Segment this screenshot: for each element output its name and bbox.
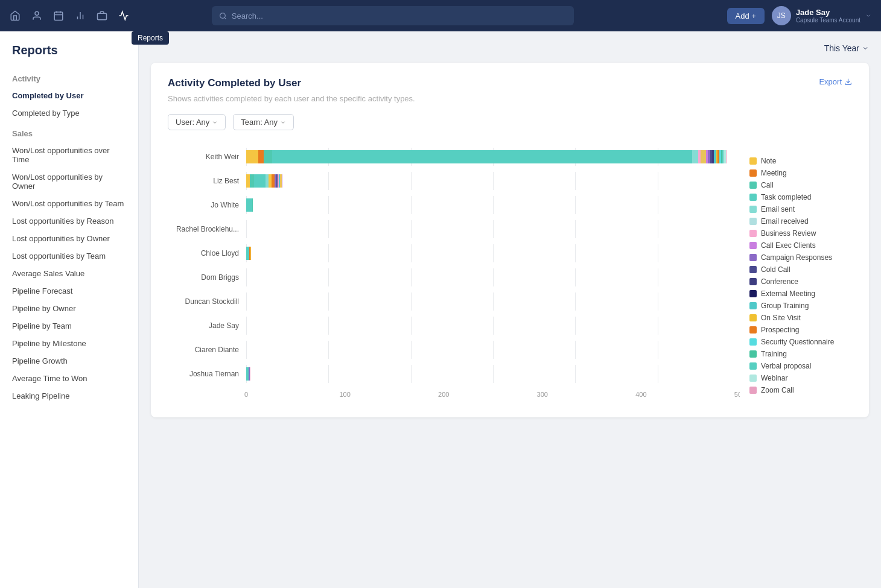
search-placeholder: Search... xyxy=(232,11,263,21)
sidebar-item[interactable]: Won/Lost opportunities by Team xyxy=(0,195,138,212)
legend-color-swatch xyxy=(749,182,757,189)
nav-icons xyxy=(10,10,129,21)
bar-segment xyxy=(252,198,253,212)
legend-label: Business Review xyxy=(761,229,816,238)
sidebar-item[interactable]: Pipeline Growth xyxy=(0,352,138,370)
this-year-button[interactable]: This Year xyxy=(824,43,869,53)
chart-main: Keith WeirLiz BestJo WhiteRachel Brockle… xyxy=(168,145,740,403)
svg-point-0 xyxy=(35,11,39,15)
sidebar-item[interactable]: Pipeline by Team xyxy=(0,317,138,335)
sidebar-item[interactable]: Average Sales Value xyxy=(0,265,138,282)
legend-item: Verbal proposal xyxy=(749,362,852,370)
legend-label: Call Exec Clients xyxy=(761,241,816,250)
calendar-icon[interactable] xyxy=(53,10,64,21)
legend-item: Prospecting xyxy=(749,326,852,334)
legend-color-swatch xyxy=(749,314,757,321)
bar-track xyxy=(246,223,740,236)
sidebar-item[interactable]: Average Time to Won xyxy=(0,370,138,387)
bar-segment xyxy=(701,150,706,163)
bar-track xyxy=(246,295,740,308)
legend-item: Call xyxy=(749,181,852,189)
legend-label: Call xyxy=(761,181,774,189)
x-axis-tick: 500 xyxy=(734,391,740,398)
bar-label: Dom Briggs xyxy=(168,273,246,282)
legend-color-swatch xyxy=(749,375,757,382)
contacts-icon[interactable] xyxy=(31,10,42,21)
legend-label: Email received xyxy=(761,217,809,226)
legend-color-swatch xyxy=(749,266,757,273)
legend-label: Security Questionnaire xyxy=(761,338,834,346)
legend-label: Task completed xyxy=(761,193,811,201)
search-bar[interactable]: Search... xyxy=(212,6,574,25)
user-menu[interactable]: JS Jade Say Capsule Teams Account xyxy=(772,6,871,25)
x-axis-tick: 300 xyxy=(537,391,548,398)
sidebar-item[interactable]: Won/Lost opportunities by Owner xyxy=(0,168,138,195)
legend-item: Meeting xyxy=(749,169,852,177)
add-button[interactable]: Add + xyxy=(727,8,765,24)
sidebar-item[interactable]: Pipeline Forecast xyxy=(0,282,138,300)
bar-segment xyxy=(272,150,692,163)
reports-icon[interactable] xyxy=(118,10,129,21)
export-button[interactable]: Export xyxy=(819,77,852,86)
user-filter[interactable]: User: Any xyxy=(168,114,226,130)
svg-rect-1 xyxy=(54,12,63,21)
chevron-down-icon xyxy=(212,119,218,125)
x-axis-tick: 200 xyxy=(438,391,449,398)
bar-label: Rachel Brocklehu... xyxy=(168,225,246,233)
bar-segment xyxy=(692,150,698,163)
sidebar-item[interactable]: Leaking Pipeline xyxy=(0,387,138,405)
bar-segment xyxy=(282,174,282,188)
legend-color-swatch xyxy=(749,157,757,165)
user-name: Jade Say xyxy=(796,8,860,17)
bar-segment xyxy=(726,150,727,163)
bar-label: Joshua Tiernan xyxy=(168,370,246,378)
chevron-down-icon xyxy=(862,45,869,52)
bar-track xyxy=(246,343,740,356)
legend-color-swatch xyxy=(749,362,757,370)
sidebar-item[interactable]: Won/Lost opportunities over Time xyxy=(0,142,138,168)
legend-item: Webinar xyxy=(749,374,852,382)
legend-label: Email sent xyxy=(761,205,795,213)
legend-label: Zoom Call xyxy=(761,386,794,394)
sidebar-section-label: Activity xyxy=(0,67,138,87)
bar-segment xyxy=(246,150,258,163)
user-account: Capsule Teams Account xyxy=(796,17,860,24)
chart-area: Keith WeirLiz BestJo WhiteRachel Brockle… xyxy=(168,145,852,403)
legend-color-swatch xyxy=(749,387,757,394)
legend-color-swatch xyxy=(749,326,757,334)
sidebar-item[interactable]: Lost opportunities by Reason xyxy=(0,212,138,230)
sidebar-item[interactable]: Lost opportunities by Team xyxy=(0,247,138,265)
home-icon[interactable] xyxy=(10,10,21,21)
sidebar-item[interactable]: Completed by User xyxy=(0,87,138,104)
legend-item: Security Questionnaire xyxy=(749,338,852,346)
sidebar-item[interactable]: Completed by Type xyxy=(0,104,138,122)
legend-item: Cold Call xyxy=(749,265,852,274)
bar-row: Rachel Brocklehu... xyxy=(168,217,740,241)
bar-segment xyxy=(264,150,272,163)
chevron-down-icon xyxy=(865,13,871,19)
bar-row: Jade Say xyxy=(168,314,740,338)
sidebar-item[interactable]: Pipeline by Milestone xyxy=(0,335,138,352)
legend-item: Campaign Responses xyxy=(749,253,852,262)
sidebar-item[interactable]: Pipeline by Owner xyxy=(0,300,138,317)
legend-color-swatch xyxy=(749,254,757,261)
legend-item: Task completed xyxy=(749,193,852,201)
legend-color-swatch xyxy=(749,350,757,358)
bar-track xyxy=(246,271,740,284)
bar-row: Jo White xyxy=(168,193,740,217)
bar-segment xyxy=(258,150,264,163)
legend-color-swatch xyxy=(749,230,757,237)
user-text: Jade Say Capsule Teams Account xyxy=(796,8,860,24)
analytics-icon[interactable] xyxy=(75,10,86,21)
bar-track xyxy=(246,198,740,212)
bar-track xyxy=(246,150,740,163)
legend-label: Cold Call xyxy=(761,265,790,274)
team-filter[interactable]: Team: Any xyxy=(233,114,294,130)
briefcase-icon[interactable] xyxy=(97,10,107,21)
page-header: This Year xyxy=(151,43,869,53)
sidebar-item[interactable]: Lost opportunities by Owner xyxy=(0,230,138,247)
sidebar: Reports ActivityCompleted by UserComplet… xyxy=(0,31,139,588)
bar-track xyxy=(246,247,740,260)
legend-label: Conference xyxy=(761,277,798,286)
bar-label: Chloe Lloyd xyxy=(168,249,246,258)
